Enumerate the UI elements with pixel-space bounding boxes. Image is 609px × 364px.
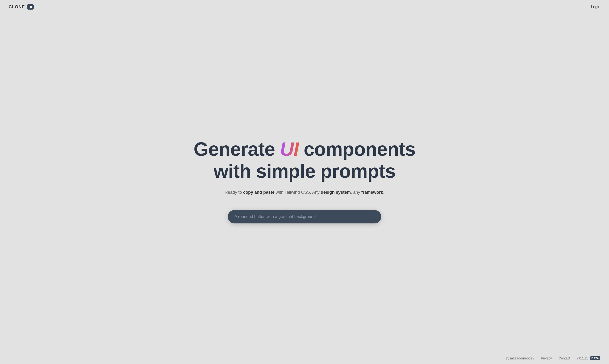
subtitle-mid2: , any (351, 190, 361, 195)
headline-line1: Generate UI components (194, 138, 415, 160)
privacy-link[interactable]: Privacy (541, 356, 552, 360)
subtitle-bold1: copy and paste (243, 190, 275, 195)
headline: Generate UI components with simple promp… (194, 138, 415, 182)
twitter-link[interactable]: @salteadorneodev (506, 356, 534, 360)
subtitle-pre: Ready to (225, 190, 243, 195)
subtitle-end: . (383, 190, 384, 195)
search-container (228, 210, 381, 223)
beta-badge: BETA (590, 356, 600, 360)
subtitle: Ready to copy and paste with Tailwind CS… (225, 189, 384, 196)
microphone-button[interactable] (360, 212, 369, 221)
contact-link[interactable]: Contact (559, 356, 570, 360)
subtitle-bold2: design system (321, 190, 351, 195)
headline-ui: UI (280, 138, 299, 160)
headline-line2: with simple prompts (194, 160, 415, 182)
footer: @salteadorneodev Privacy Contact v.0.1.2… (0, 352, 609, 364)
search-input[interactable] (228, 210, 381, 223)
headline-generate: Generate (194, 138, 280, 160)
version-badge: v.0.1.28 BETA (577, 356, 600, 360)
subtitle-bold3: framework (361, 190, 383, 195)
search-icons (360, 212, 378, 221)
submit-button[interactable] (370, 212, 378, 221)
subtitle-mid: with Tailwind CSS. Any (275, 190, 321, 195)
main-content: Generate UI components with simple promp… (0, 4, 609, 352)
version-text: v.0.1.28 (577, 356, 589, 360)
headline-components: components (299, 138, 415, 160)
